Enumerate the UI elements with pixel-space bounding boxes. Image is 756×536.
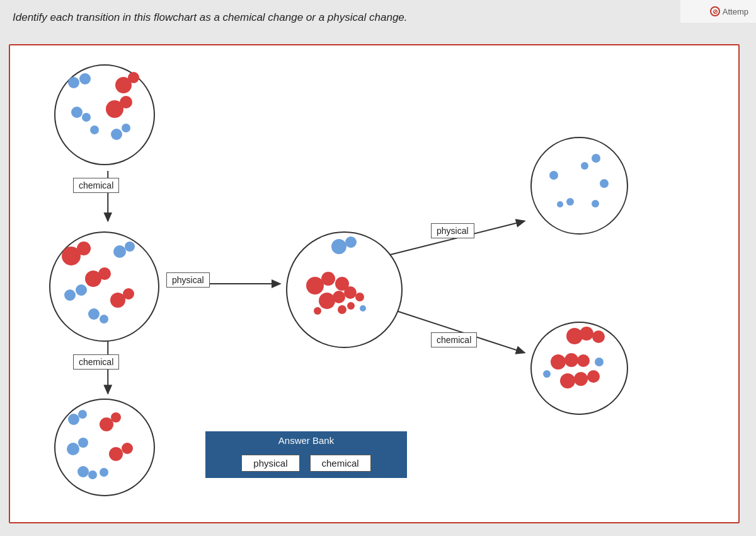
physical-label-2: physical bbox=[431, 223, 474, 238]
attempt-icon: ⊘ bbox=[710, 6, 720, 16]
physical-label-1: physical bbox=[166, 272, 210, 288]
chemical-label-3: chemical bbox=[431, 332, 477, 347]
answer-bank-header: Answer Bank bbox=[205, 431, 407, 450]
answer-bank: Answer Bank physical chemical bbox=[205, 431, 407, 478]
bottom-left-circle bbox=[54, 399, 155, 496]
chemical-label-1: chemical bbox=[73, 178, 119, 193]
answer-chip-chemical[interactable]: chemical bbox=[310, 455, 371, 472]
top-left-circle bbox=[54, 64, 155, 165]
chemical-label-2: chemical bbox=[73, 354, 119, 370]
attempt-button[interactable]: ⊘ Attemp bbox=[710, 6, 748, 16]
question-text: Identify each transition in this flowcha… bbox=[13, 11, 408, 24]
top-bar: ⊘ Attemp bbox=[680, 0, 756, 23]
center-circle bbox=[286, 231, 403, 348]
top-right-circle bbox=[530, 137, 628, 235]
answer-bank-body: physical chemical bbox=[205, 450, 407, 478]
mid-left-circle bbox=[49, 231, 159, 342]
bottom-right-circle bbox=[530, 322, 628, 415]
main-panel: chemical physical chemical bbox=[9, 44, 740, 523]
answer-chip-physical[interactable]: physical bbox=[241, 455, 299, 472]
attempt-label: Attemp bbox=[723, 7, 748, 16]
